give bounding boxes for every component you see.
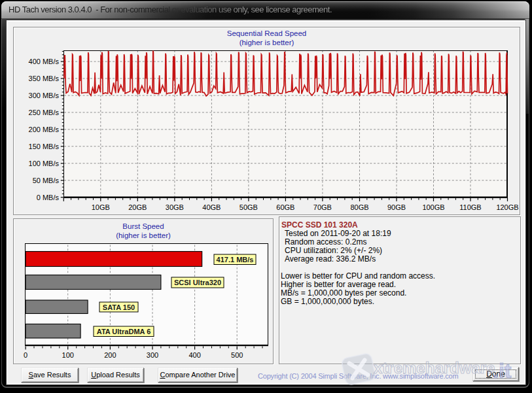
svg-text:50GB: 50GB [239,203,258,211]
svg-text:200 MB/s: 200 MB/s [29,126,60,133]
svg-text:70GB: 70GB [313,203,332,211]
svg-text:100: 100 [62,351,74,359]
svg-text:350 MB/s: 350 MB/s [29,75,60,82]
svg-text:200: 200 [104,351,116,359]
svg-text:30GB: 30GB [166,203,184,211]
svg-text:100 MB/s: 100 MB/s [29,160,60,167]
svg-text:300: 300 [147,351,158,359]
svg-text:400: 400 [188,351,200,359]
svg-text:120GB: 120GB [496,203,518,211]
svg-text:10GB: 10GB [92,203,110,211]
svg-text:80GB: 80GB [350,203,368,211]
svg-text:90GB: 90GB [387,203,406,211]
svg-text:SATA 150: SATA 150 [103,303,135,311]
svg-text:110GB: 110GB [459,203,481,211]
svg-text:0 MB/s: 0 MB/s [37,194,60,201]
svg-text:250 MB/s: 250 MB/s [29,109,60,116]
svg-text:100GB: 100GB [422,203,444,211]
svg-text:500: 500 [231,351,243,359]
svg-text:40GB: 40GB [202,203,221,211]
svg-text:400 MB/s: 400 MB/s [29,58,60,65]
svg-text:0: 0 [24,351,27,359]
svg-text:SCSI Ultra320: SCSI Ultra320 [174,279,221,286]
svg-text:20GB: 20GB [128,203,147,211]
svg-text:417.1 MB/s: 417.1 MB/s [217,256,254,264]
svg-text:300 MB/s: 300 MB/s [29,92,60,99]
svg-text:ATA UltraDMA 6: ATA UltraDMA 6 [97,328,151,335]
svg-text:50 MB/s: 50 MB/s [33,177,60,184]
svg-text:60GB: 60GB [276,203,294,211]
svg-text:150 MB/s: 150 MB/s [29,143,60,150]
